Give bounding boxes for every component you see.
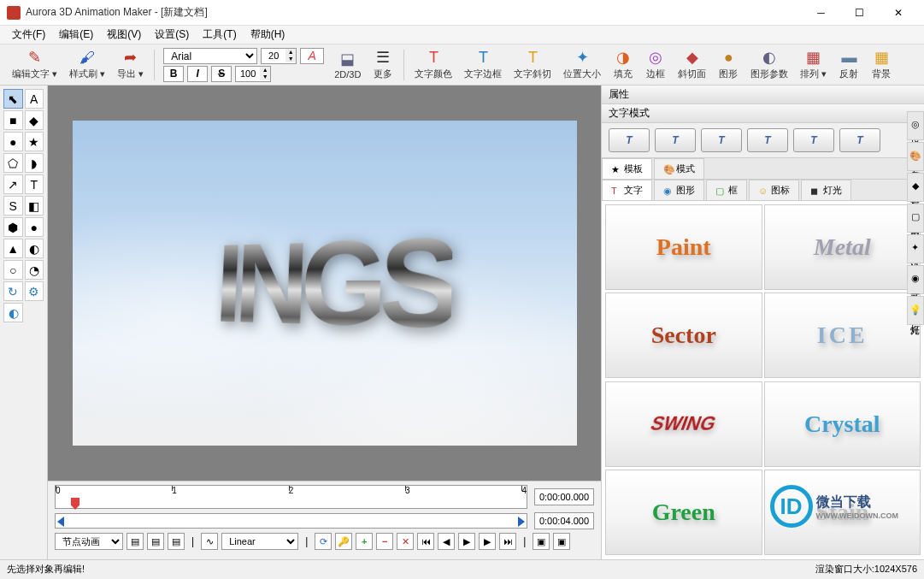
preset-Crystal[interactable]: Crystal: [764, 381, 921, 467]
prev-frame-button[interactable]: ◀: [438, 533, 455, 550]
menu-工具(T)[interactable]: 工具(T): [196, 26, 243, 44]
tool-2-1[interactable]: ★: [25, 132, 44, 151]
font-size-spinner[interactable]: ▲▼: [261, 48, 297, 64]
tb-边框[interactable]: ◎边框: [640, 47, 671, 82]
viewport[interactable]: INGS: [73, 121, 577, 446]
tool-9-1[interactable]: ⚙: [25, 281, 44, 301]
tool-4-1[interactable]: T: [25, 174, 44, 194]
tl-btn-1[interactable]: ▤: [127, 533, 144, 550]
tb-导出[interactable]: ➦导出 ▾: [112, 47, 149, 82]
goto-start-button[interactable]: ⏮: [417, 533, 434, 550]
menu-帮助(H)[interactable]: 帮助(H): [244, 26, 292, 44]
preset-SWING[interactable]: SWING: [605, 381, 762, 467]
tb-排列[interactable]: ▦排列 ▾: [795, 47, 832, 82]
node-anim-select[interactable]: 节点动画: [55, 533, 123, 550]
more-button[interactable]: ☰更多: [368, 47, 398, 82]
range-slider[interactable]: [55, 513, 527, 529]
play-button[interactable]: ▶: [458, 533, 475, 550]
tb-样式刷[interactable]: 🖌样式刷 ▾: [64, 47, 110, 82]
tool-1-0[interactable]: ■: [3, 110, 23, 130]
tool-3-1[interactable]: ◗: [25, 153, 44, 173]
tb-编辑文字[interactable]: ✎编辑文字 ▾: [7, 47, 62, 82]
font-family-select[interactable]: Arial: [163, 48, 257, 64]
tl-extra-2[interactable]: ▣: [553, 533, 570, 550]
italic-button[interactable]: I: [187, 66, 208, 82]
strike-button[interactable]: S: [211, 66, 232, 82]
tl-extra-1[interactable]: ▣: [533, 533, 550, 550]
sidetab-🎨 颜色[interactable]: 🎨 颜色: [907, 142, 924, 171]
minimize-button[interactable]: ─: [802, 1, 840, 25]
tool-0-1[interactable]: A: [25, 89, 44, 109]
subtab-文字[interactable]: T文字: [602, 180, 652, 200]
menu-设置(S)[interactable]: 设置(S): [148, 26, 196, 44]
timeline-ruler[interactable]: 01234: [55, 485, 527, 509]
sidetab-◆ 斜切面[interactable]: ◆ 斜切面: [907, 173, 924, 202]
tb-位置大小[interactable]: ✦位置大小: [558, 47, 606, 82]
tl-btn-3[interactable]: ▤: [168, 533, 185, 550]
delete-button[interactable]: ✕: [397, 533, 414, 550]
tool-7-1[interactable]: ◐: [25, 239, 44, 258]
subtab-灯光[interactable]: ◼灯光: [801, 180, 851, 200]
subtab-图形[interactable]: ◉图形: [654, 180, 704, 200]
next-frame-button[interactable]: ▶: [479, 533, 496, 550]
3d-text[interactable]: INGS: [213, 209, 453, 358]
tool-5-0[interactable]: S: [3, 196, 23, 216]
toptab-模板[interactable]: ★模板: [602, 158, 652, 179]
range-end-handle[interactable]: [518, 517, 525, 527]
subtab-框[interactable]: ▢框: [706, 180, 747, 200]
add-button[interactable]: +: [356, 533, 373, 550]
tl-btn-2[interactable]: ▤: [147, 533, 164, 550]
tool-9-0[interactable]: ↻: [3, 281, 23, 301]
tb-斜切面[interactable]: ◆斜切面: [673, 47, 711, 82]
tb-背景[interactable]: ▦背景: [866, 47, 897, 82]
text-mode-0[interactable]: T: [609, 128, 650, 152]
preset-Stain[interactable]: Stain: [764, 470, 921, 555]
tb-图形参数[interactable]: ◐图形参数: [745, 47, 793, 82]
sidetab-✦ 设计[interactable]: ✦ 设计: [907, 234, 924, 263]
range-start-handle[interactable]: [57, 517, 64, 527]
sidetab-💡 灯光[interactable]: 💡 灯光: [907, 296, 924, 325]
preset-Sector[interactable]: Sector: [605, 292, 762, 378]
tool-3-0[interactable]: ⬠: [3, 153, 23, 173]
preset-Paint[interactable]: Paint: [605, 204, 762, 290]
tool-8-1[interactable]: ◔: [25, 260, 44, 280]
text-mode-4[interactable]: T: [793, 128, 834, 152]
tool-2-0[interactable]: ●: [3, 132, 23, 151]
refresh-button[interactable]: ⟳: [315, 533, 332, 550]
tb-填充[interactable]: ◑填充: [608, 47, 639, 82]
depth-spinner[interactable]: ▲▼: [235, 66, 271, 82]
subtab-图标[interactable]: ☺图标: [749, 180, 799, 200]
menu-文件(F)[interactable]: 文件(F): [5, 26, 52, 44]
tool-8-0[interactable]: ○: [3, 260, 23, 280]
tool-6-1[interactable]: ●: [25, 217, 44, 237]
tool-0-0[interactable]: ⬉: [3, 89, 23, 109]
tool-10-0[interactable]: ◐: [3, 303, 23, 322]
tb-图形[interactable]: ●图形: [713, 47, 744, 82]
2d3d-button[interactable]: ⬓2D/3D: [329, 49, 366, 81]
maximize-button[interactable]: ☐: [840, 1, 879, 25]
tb-反射[interactable]: ▬反射: [833, 47, 864, 82]
text-mode-2[interactable]: T: [701, 128, 742, 152]
text-mode-3[interactable]: T: [747, 128, 788, 152]
tool-1-1[interactable]: ◆: [25, 110, 44, 130]
goto-end-button[interactable]: ⏭: [499, 533, 516, 550]
tb-文字边框[interactable]: T文字边框: [459, 47, 507, 82]
bold-button[interactable]: B: [163, 66, 184, 82]
sidetab-◉ 动画[interactable]: ◉ 动画: [907, 265, 924, 294]
sidetab-◎ 样式[interactable]: ◎ 样式: [907, 111, 924, 140]
key-button[interactable]: 🔑: [335, 533, 352, 550]
tool-4-0[interactable]: ↗: [3, 174, 23, 194]
easing-select[interactable]: Linear: [221, 533, 298, 550]
sidetab-▢ 图形[interactable]: ▢ 图形: [907, 204, 924, 233]
tb-文字颜色[interactable]: T文字颜色: [409, 47, 457, 82]
text-mode-1[interactable]: T: [655, 128, 696, 152]
tool-5-1[interactable]: ◧: [25, 196, 44, 216]
toptab-模式[interactable]: 🎨模式: [654, 158, 704, 179]
tool-6-0[interactable]: ⬢: [3, 217, 23, 237]
text-mode-5[interactable]: T: [839, 128, 880, 152]
menu-视图(V)[interactable]: 视图(V): [100, 26, 148, 44]
menu-编辑(E)[interactable]: 编辑(E): [52, 26, 100, 44]
tool-7-0[interactable]: ▲: [3, 239, 23, 258]
preset-Metal[interactable]: Metal: [764, 204, 921, 290]
preset-ICE[interactable]: ICE: [764, 292, 921, 378]
